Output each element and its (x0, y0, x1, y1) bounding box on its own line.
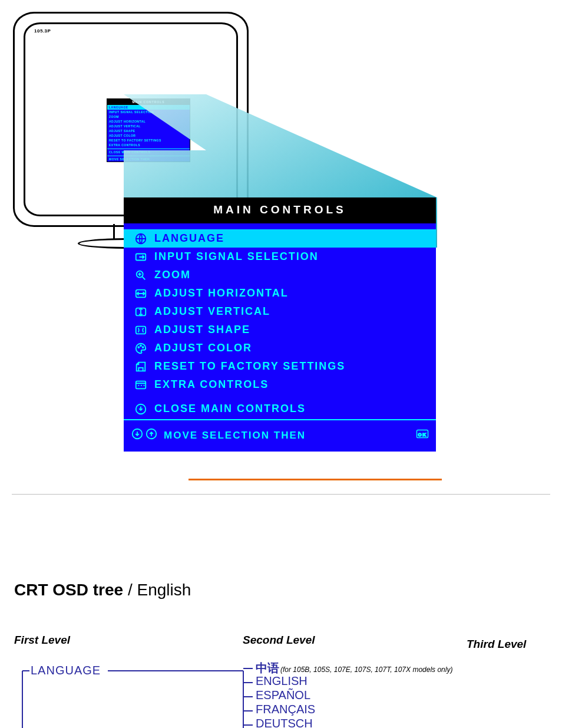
osd-item-label: ADJUST HORIZONTAL (151, 287, 289, 299)
osd-item-label: ZOOM (151, 269, 191, 281)
tree-item-label: ESPAÑOL (256, 689, 310, 702)
osd-mini-item: ADJUST COLOR (107, 133, 190, 138)
osd-item-label: CLOSE MAIN CONTROLS (151, 403, 306, 415)
osd-item-adjust-color[interactable]: ADJUST COLOR (124, 339, 436, 357)
osd-footer: MOVE SELECTION THEN OK (124, 419, 436, 452)
orange-divider (189, 479, 442, 480)
osd-mini-item: ADJUST HORIZONTAL (107, 119, 190, 124)
extra-icon (131, 378, 151, 391)
osd-mini-item: RESET TO FACTORY SETTINGS (107, 138, 190, 143)
osd-item-label: ADJUST COLOR (151, 342, 252, 354)
tree-second-level-item: DEUTSCH (256, 717, 452, 728)
osd-item-reset[interactable]: RESET TO FACTORY SETTINGS (124, 357, 436, 375)
ok-icon: OK (416, 427, 429, 443)
tree-second-level-item: 中语 (for 105B, 105S, 107E, 107S, 107T, 10… (256, 660, 452, 674)
osd-item-adjust-horizontal[interactable]: ADJUST HORIZONTAL (124, 284, 436, 302)
tree-item-label: DEUTSCH (256, 717, 313, 728)
svg-text:OK: OK (418, 432, 427, 437)
osd-item-adjust-vertical[interactable]: ADJUST VERTICAL (124, 302, 436, 321)
tree-item-label: 中语 (256, 660, 279, 676)
osd-item-label: RESET TO FACTORY SETTINGS (151, 360, 345, 373)
tree-item-label: ENGLISH (256, 674, 308, 688)
level-3-heading: Third Level (467, 638, 526, 651)
osd-mini-item: ZOOM (107, 114, 190, 119)
input-icon (131, 251, 151, 263)
osd-item-label: ADJUST VERTICAL (151, 305, 270, 318)
tree-first-level-item: LANGUAGE (31, 664, 101, 677)
osd-item-label: INPUT SIGNAL SELECTION (151, 251, 319, 263)
tree-title-rest: / English (123, 581, 191, 599)
zoom-icon (131, 269, 151, 282)
svg-rect-6 (136, 326, 146, 334)
arrow-up-icon (145, 427, 158, 443)
globe-icon (131, 232, 151, 245)
osd-item-input-signal[interactable]: INPUT SIGNAL SELECTION (124, 248, 436, 266)
tree-second-level-item: ENGLISH (256, 674, 452, 689)
osd-item-label: LANGUAGE (151, 232, 224, 245)
osd-mini-item: ADJUST SHAPE (107, 129, 190, 133)
grey-divider (12, 494, 550, 495)
horizontal-icon (131, 287, 151, 300)
tree-second-level-item: ESPAÑOL (256, 689, 452, 703)
level-2-heading: Second Level (243, 634, 315, 647)
osd-item-label: EXTRA CONTROLS (151, 378, 269, 391)
osd-mini-item: INPUT SIGNAL SELECTION (107, 110, 190, 114)
osd-item-close[interactable]: CLOSE MAIN CONTROLS (124, 400, 436, 418)
osd-item-language[interactable]: LANGUAGE (124, 229, 436, 248)
osd-footer-text: MOVE SELECTION THEN (164, 430, 306, 442)
vertical-icon (131, 305, 151, 318)
osd-main-controls: MAIN CONTROLS LANGUAGE INPUT SIGNAL SELE… (124, 197, 436, 452)
shape-icon (131, 324, 151, 337)
color-icon (131, 342, 151, 355)
svg-point-9 (143, 347, 144, 348)
tree-section-title: CRT OSD tree / English (14, 581, 191, 599)
arrow-down-icon (131, 427, 144, 443)
osd-mini-item: CLOSE MAIN CONTROLS (107, 149, 190, 154)
tree-item-label: FRANÇAIS (256, 703, 315, 716)
close-icon (131, 403, 151, 416)
reset-icon (131, 360, 151, 373)
osd-mini: MAIN CONTROLS LANGUAGE INPUT SIGNAL SELE… (107, 99, 190, 162)
osd-item-label: ADJUST SHAPE (151, 324, 250, 336)
osd-mini-footer: MOVE SELECTION THEN (107, 156, 190, 162)
osd-item-adjust-shape[interactable]: ADJUST SHAPE (124, 321, 436, 339)
osd-mini-item: EXTRA CONTROLS (107, 143, 190, 147)
svg-point-8 (140, 345, 141, 346)
svg-point-7 (138, 347, 139, 348)
osd-title: MAIN CONTROLS (124, 197, 436, 223)
tree-second-level-item: FRANÇAIS (256, 703, 452, 717)
osd-item-extra-controls[interactable]: EXTRA CONTROLS (124, 375, 436, 394)
monitor-model-label: 105.3P (34, 28, 51, 34)
osd-item-zoom[interactable]: ZOOM (124, 266, 436, 284)
osd-mini-item: LANGUAGE (107, 105, 190, 110)
tree-item-note: (for 105B, 105S, 107E, 107S, 107T, 107X … (280, 666, 452, 674)
tree-title-bold: CRT OSD tree (14, 581, 123, 599)
level-1-heading: First Level (14, 634, 70, 647)
osd-mini-title: MAIN CONTROLS (107, 99, 190, 105)
osd-mini-item: ADJUST VERTICAL (107, 124, 190, 129)
